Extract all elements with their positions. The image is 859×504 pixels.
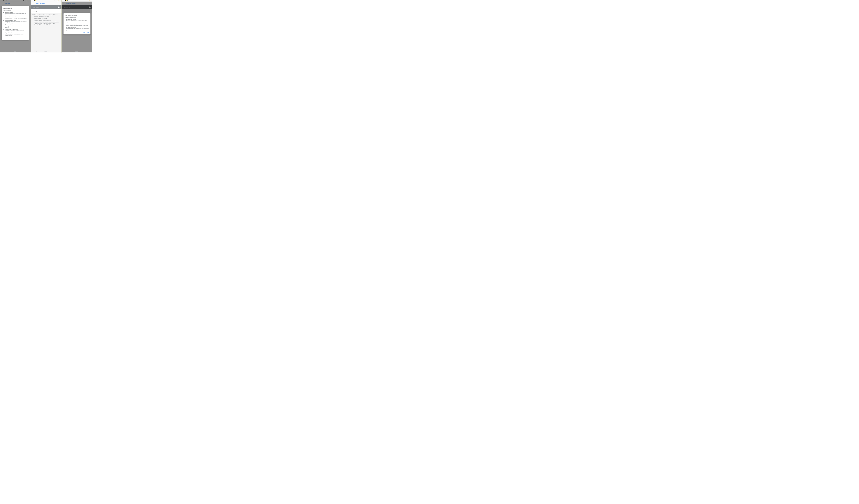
dialog-subtitle: TalkBack needs to: [3, 10, 27, 11]
info-bullet-list: Tap a specific item, like text or an ima… [34, 20, 60, 26]
signal-icon: ◢ [57, 0, 58, 1]
settings-row[interactable]: Settings [31, 9, 61, 13]
battery-charging-icon: ⚡ [58, 0, 59, 1]
app-bar: ← Select to Speak [31, 2, 61, 5]
dialog-subtitle: Select to Speak needs to: [65, 17, 89, 18]
permission-dialog: Use Select to Speak? Select to Speak nee… [64, 13, 91, 34]
more-icon: ••• [37, 0, 39, 1]
info-paragraph: First, tap the icon. Then you can: [34, 18, 60, 19]
status-bar: 12:11 31 💡 🗨 ••• 📳 ⊖ ▼ ◢ ⚡ 73% [62, 0, 92, 2]
nav-back-icon[interactable]: ‹ [5, 51, 6, 52]
phone-select-to-speak-settings: 12:11 31 💡 🗨 ••• 📳 ⊖ ▼ ◢ ⚡ 72% ← Select … [31, 0, 61, 52]
nav-home-pill[interactable] [75, 51, 78, 51]
info-block: i When Select to Speak is on, you can ta… [31, 13, 61, 26]
dnd-icon: ⊖ [86, 0, 87, 1]
calendar-icon: 31 [65, 0, 65, 1]
info-bullet: Drag your finger across the screen to se… [34, 21, 60, 23]
app-title: Select to Speak [36, 3, 45, 4]
signal-icon: ◢ [88, 0, 89, 1]
permission-item: •Fingerprint gesturesCan capture gesture… [3, 32, 27, 36]
wifi-icon: ▼ [56, 0, 57, 1]
dnd-icon: ⊖ [55, 0, 56, 1]
more-icon: ••• [69, 0, 69, 1]
permission-item: •Observe your actionsReceive notificatio… [3, 12, 27, 16]
info-bullet: Tap the play button to hear everything o… [34, 23, 60, 24]
permission-item: •Control display magnificationControl th… [3, 29, 27, 31]
bulb-icon: 💡 [35, 0, 36, 1]
cancel-button[interactable]: Cancel [20, 37, 24, 39]
battery-percent: 72% [59, 0, 61, 1]
dialog-title: Use TalkBack? [3, 7, 27, 9]
permission-item: •Observe your actionsReceive notificatio… [65, 19, 89, 22]
permission-item: •Observe text you typeIncludes personal … [3, 25, 27, 28]
nav-home-pill[interactable] [44, 51, 47, 51]
permission-item: •Retrieve window contentInspect the cont… [3, 17, 27, 19]
info-bullet: Tap a specific item, like text or an ima… [34, 20, 60, 21]
battery-percent: 73% [90, 0, 92, 1]
vibrate-icon: 📳 [85, 0, 86, 1]
phone-talkback-dialog: 12:08 31 💡 🗨 ••• 📳 ⊖ ▼ ◢ ⚡ 70% ← TalkBac… [0, 0, 31, 52]
nav-bar: ‹ [0, 50, 31, 52]
settings-label: Settings [33, 11, 37, 12]
nav-home-pill[interactable] [14, 51, 16, 51]
bulb-icon: 💡 [66, 0, 67, 1]
nav-back-icon[interactable]: ‹ [36, 51, 37, 52]
status-time: 12:11 [31, 0, 34, 1]
permission-item: •Observe text you typeIncludes personal … [65, 27, 89, 31]
nav-bar: ‹ [62, 50, 92, 52]
phone-select-to-speak-dialog: 12:11 31 💡 🗨 ••• 📳 ⊖ ▼ ◢ ⚡ 73% ← Select … [62, 0, 92, 52]
info-paragraph: When Select to Speak is on, you can tap … [34, 14, 60, 17]
info-bullet: Select text that appears inside the Came… [34, 24, 60, 26]
ok-button[interactable]: OK [87, 31, 89, 34]
permission-dialog: Use TalkBack? TalkBack needs to: •Observ… [2, 6, 29, 40]
dialog-title: Use Select to Speak? [65, 15, 89, 16]
notification-icon: 🗨 [36, 0, 37, 1]
use-service-row[interactable]: Use service [31, 5, 61, 9]
calendar-icon: 31 [34, 0, 35, 1]
permission-item: •Retrieve window contentInspect the cont… [65, 23, 89, 26]
use-service-label: Use service [33, 6, 39, 8]
status-bar: 12:11 31 💡 🗨 ••• 📳 ⊖ ▼ ◢ ⚡ 72% [31, 0, 61, 2]
permission-list: •Observe your actionsReceive notificatio… [3, 12, 27, 36]
nav-bar: ‹ [31, 50, 61, 52]
permission-item: •Turn on Explore by TouchTapped items wi… [3, 20, 27, 23]
battery-charging-icon: ⚡ [89, 0, 90, 1]
nav-back-icon[interactable]: ‹ [67, 51, 67, 52]
vibrate-icon: 📳 [54, 0, 55, 1]
cancel-button[interactable]: Cancel [82, 31, 86, 34]
use-service-toggle[interactable] [58, 7, 60, 8]
permission-list: •Observe your actionsReceive notificatio… [65, 19, 89, 31]
wifi-icon: ▼ [87, 0, 88, 1]
notification-icon: 🗨 [67, 0, 68, 1]
back-arrow-icon[interactable]: ← [32, 2, 34, 4]
info-icon: i [32, 14, 33, 15]
ok-button[interactable]: OK [26, 37, 27, 39]
status-time: 12:11 [62, 0, 64, 1]
